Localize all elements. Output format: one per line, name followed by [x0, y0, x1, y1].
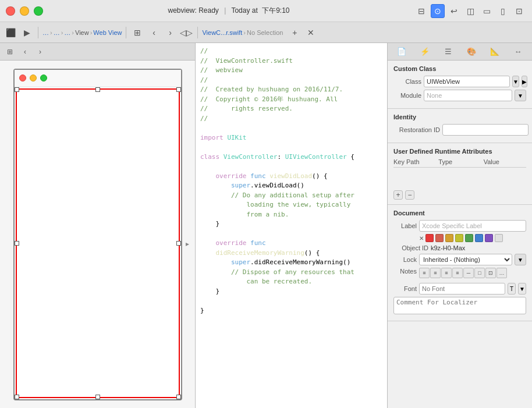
code-line: // — [200, 47, 382, 56]
code-line: can be recreated. — [200, 277, 382, 287]
doc-label-row: Label (function() { var inp = document.q… — [393, 220, 526, 232]
notes-align-center[interactable]: ≡ — [430, 268, 441, 278]
font-picker-btn[interactable]: T — [508, 283, 516, 295]
grid-view-icon[interactable]: ⊞ — [3, 45, 16, 58]
notes-more[interactable]: … — [496, 268, 507, 278]
handle-mid-left[interactable] — [15, 241, 19, 246]
prev-scene-icon[interactable]: ‹ — [19, 45, 31, 58]
layout4-icon[interactable]: ⊡ — [512, 4, 526, 18]
lock-select[interactable]: Inherited - (Nothing) — [419, 254, 512, 265]
notes-justify[interactable]: ≡ — [452, 268, 463, 278]
custom-class-title: Custom Class — [393, 65, 526, 72]
layout3-icon[interactable]: ▯ — [496, 4, 510, 18]
separator3 — [197, 27, 198, 38]
close-tab-icon[interactable]: ✕ — [304, 26, 318, 40]
color-swatch-orange[interactable] — [445, 234, 453, 242]
notes-row: Notes ≡ ≡ ≡ ≡ ─ □ ⊡ … — [393, 268, 526, 281]
run-icon[interactable]: ⊙ — [431, 4, 445, 18]
comment-input[interactable] — [393, 297, 526, 314]
notes-box[interactable]: □ — [474, 268, 485, 278]
inspector-panel: 📄 ⚡ ☰ 🎨 📐 ↔ Custom Class Class ▼ ▶ Modul… — [388, 43, 532, 408]
breadcrumb: … › … › … › View › Web View — [42, 29, 122, 36]
inspector-tab-attributes[interactable]: 🎨 — [464, 45, 478, 59]
separator2 — [126, 27, 126, 38]
handle-bottom-right[interactable] — [176, 395, 181, 399]
inspector-tab-quick[interactable]: ⚡ — [418, 45, 432, 59]
doc-label-label: Label — [393, 222, 417, 229]
code-content: // // ViewController.swift // webview //… — [196, 43, 387, 408]
color-swatch-yellow[interactable] — [455, 234, 463, 242]
collapse-arrow-icon[interactable]: ▸ — [186, 240, 189, 248]
notes-align-left[interactable]: ≡ — [419, 268, 430, 278]
color-swatch-gray[interactable] — [495, 234, 503, 242]
color-swatch-green[interactable] — [465, 234, 473, 242]
code-line: import UIKit — [200, 133, 382, 143]
inspector-tab-connections[interactable]: ↔ — [511, 45, 525, 59]
inspector-tab-file[interactable]: 📄 — [395, 45, 409, 59]
code-editor: // // ViewController.swift // webview //… — [196, 43, 388, 408]
class-info-btn[interactable]: ▶ — [522, 76, 527, 87]
inspector-tabs: 📄 ⚡ ☰ 🎨 📐 ↔ — [388, 43, 532, 61]
col-key-path: Key Path — [393, 158, 436, 165]
color-swatch-purple[interactable] — [485, 234, 493, 242]
color-x-icon[interactable]: ✕ — [419, 235, 424, 242]
font-input[interactable] — [419, 283, 505, 295]
handle-top-left[interactable] — [15, 87, 19, 92]
handle-mid-right[interactable] — [176, 241, 181, 246]
add-tab-icon[interactable]: + — [288, 26, 302, 40]
inspector-tab-size[interactable]: 📐 — [488, 45, 502, 59]
inspector-tab-identity[interactable]: ☰ — [441, 45, 455, 59]
notes-checklist[interactable]: ⊡ — [485, 268, 496, 278]
code-line: didReceiveMemoryWarning() { — [200, 249, 382, 258]
next-scene-icon[interactable]: › — [34, 45, 47, 58]
module-input[interactable] — [424, 90, 512, 101]
class-label: Class — [393, 78, 421, 85]
code-line — [200, 296, 382, 306]
restoration-id-input[interactable] — [442, 124, 529, 136]
notes-align-right[interactable]: ≡ — [441, 268, 452, 278]
next-icon[interactable]: › — [163, 26, 177, 40]
minimize-btn[interactable] — [20, 6, 29, 16]
close-btn[interactable] — [6, 6, 15, 16]
col-type: Type — [438, 158, 481, 165]
document-section: Document Label (function() { var inp = d… — [388, 205, 532, 321]
handle-bottom-left[interactable] — [15, 395, 19, 399]
notes-dash[interactable]: ─ — [463, 268, 474, 278]
handle-bottom-center[interactable] — [95, 395, 100, 399]
webview-content[interactable]: ▸ — [16, 88, 180, 398]
add-attr-btn[interactable]: + — [393, 190, 403, 200]
module-dropdown-btn[interactable]: ▼ — [515, 90, 526, 101]
layout1-icon[interactable]: ◫ — [463, 4, 477, 18]
separator — [38, 27, 38, 38]
color-swatch-orange-red[interactable] — [435, 234, 444, 242]
titlebar-title: webview: Ready | Today at 下午9:10 — [48, 6, 410, 16]
run-btn[interactable]: ▶ — [20, 26, 34, 40]
ib-panel: ⊞ ‹ › — [0, 43, 196, 408]
layout2-icon[interactable]: ▭ — [480, 4, 494, 18]
color-swatch-red[interactable] — [425, 234, 434, 242]
doc-label-input[interactable] — [419, 220, 526, 232]
code-line: } — [200, 219, 382, 229]
back-nav-icon[interactable]: ↩ — [447, 4, 461, 18]
maximize-btn[interactable] — [34, 6, 43, 16]
handle-top-center[interactable] — [95, 87, 100, 92]
class-dropdown-btn[interactable]: ▼ — [512, 76, 519, 87]
font-row: Font T ▼ — [393, 283, 526, 295]
prev-icon[interactable]: ‹ — [147, 26, 161, 40]
code-line: // ViewController.swift — [200, 56, 382, 66]
handle-top-right[interactable] — [176, 87, 181, 92]
remove-attr-btn[interactable]: − — [405, 190, 414, 200]
code-line — [200, 143, 382, 152]
stop-btn[interactable]: ⬛ — [3, 26, 17, 40]
device-close — [19, 74, 26, 81]
diff-icon[interactable]: ◁▷ — [179, 26, 193, 40]
color-swatches-row: ✕ — [393, 234, 526, 242]
font-dropdown-btn[interactable]: ▼ — [518, 283, 526, 295]
module-field-row: Module ▼ — [393, 90, 526, 101]
color-swatch-blue[interactable] — [475, 234, 483, 242]
grid-icon[interactable]: ⊞ — [130, 26, 144, 40]
lock-label: Lock — [393, 256, 417, 263]
sidebar-left-icon[interactable]: ⊟ — [414, 4, 428, 18]
lock-dropdown-btn[interactable]: ▼ — [515, 254, 526, 265]
class-input[interactable] — [424, 76, 510, 87]
